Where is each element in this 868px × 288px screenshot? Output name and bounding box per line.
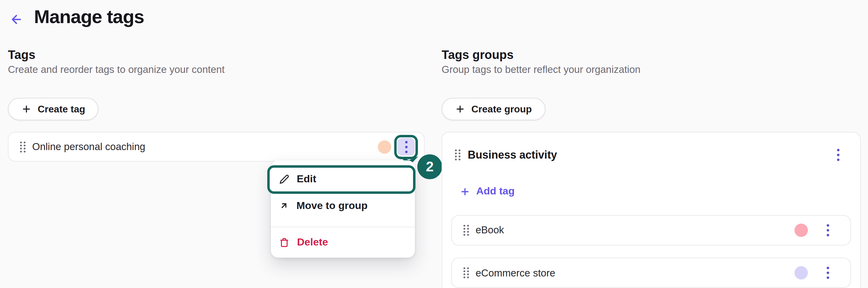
group-header: Business activity [455, 146, 847, 164]
add-tag-button[interactable]: Add tag [460, 185, 515, 198]
drag-handle-icon[interactable] [463, 267, 469, 278]
tag-color-dot [378, 140, 391, 153]
tags-column: Tags Create and reorder tags to organize… [8, 49, 425, 162]
page-header: Manage tags [8, 6, 144, 28]
arrow-up-right-icon [279, 201, 288, 210]
kebab-icon [405, 146, 407, 148]
menu-item-move-to-group[interactable]: Move to group [279, 192, 368, 219]
menu-item-move-label: Move to group [297, 200, 368, 212]
tag-group-card: Business activity Add tag eBook [442, 132, 861, 288]
pencil-icon [279, 175, 289, 184]
menu-item-edit-label: Edit [297, 173, 316, 185]
menu-divider [271, 226, 415, 227]
tags-subtitle: Create and reorder tags to organize your… [8, 64, 425, 75]
group-tag-row[interactable]: eCommerce store [451, 258, 851, 288]
tag-kebab-menu-button[interactable] [397, 138, 415, 155]
group-kebab-menu-button[interactable] [829, 146, 847, 164]
tag-context-menu: Edit Move to group Delete [271, 161, 415, 258]
drag-handle-icon[interactable] [20, 141, 26, 152]
tags-heading: Tags [8, 49, 425, 61]
tags-groups-subtitle: Group tags to better reflect your organi… [442, 64, 861, 75]
tag-kebab-menu-button[interactable] [819, 221, 837, 239]
kebab-icon [827, 229, 829, 231]
tag-row[interactable]: Online personal coaching [8, 132, 425, 162]
group-name: Business activity [468, 149, 829, 161]
tags-groups-column: Tags groups Group tags to better reflect… [442, 49, 861, 288]
tags-groups-heading: Tags groups [442, 49, 861, 61]
trash-icon [279, 237, 289, 247]
drag-handle-icon[interactable] [455, 149, 460, 161]
page-title: Manage tags [34, 6, 144, 28]
create-group-button[interactable]: Create group [442, 98, 545, 120]
menu-item-delete-label: Delete [297, 236, 328, 248]
kebab-icon [837, 154, 839, 156]
plus-icon [21, 104, 32, 114]
group-tag-row[interactable]: eBook [451, 215, 851, 245]
plus-icon [460, 186, 470, 197]
menu-item-delete[interactable]: Delete [279, 229, 328, 256]
manage-tags-page: Manage tags Tags Create and reorder tags… [0, 0, 868, 288]
kebab-icon [827, 271, 829, 274]
create-tag-label: Create tag [38, 104, 85, 115]
drag-handle-icon[interactable] [463, 225, 469, 235]
annotation-highlight-ring [394, 135, 418, 159]
tag-color-dot [795, 266, 808, 280]
tag-name: Online personal coaching [32, 141, 378, 152]
tag-name: eCommerce store [475, 267, 795, 279]
tag-kebab-menu-button[interactable] [819, 264, 837, 282]
create-tag-button[interactable]: Create tag [8, 98, 99, 120]
tag-name: eBook [475, 224, 795, 236]
back-button[interactable] [8, 11, 25, 28]
step-badge: 2 [417, 154, 442, 179]
menu-item-edit[interactable]: Edit [267, 165, 415, 194]
plus-icon [455, 104, 465, 114]
tag-color-dot [795, 223, 808, 237]
add-tag-label: Add tag [476, 185, 515, 198]
back-arrow-icon [10, 12, 23, 26]
create-group-label: Create group [471, 104, 532, 115]
